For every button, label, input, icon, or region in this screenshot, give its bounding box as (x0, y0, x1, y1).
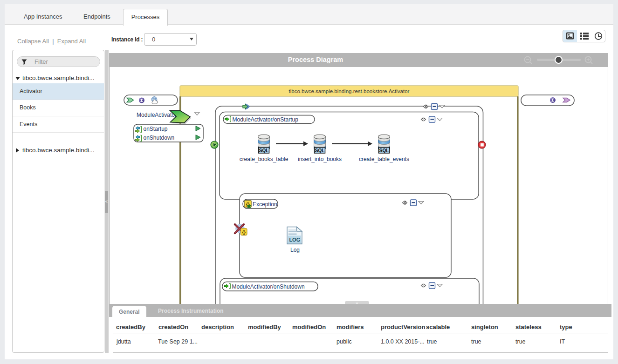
svg-text:onStartup: onStartup (144, 126, 168, 132)
svg-text:Exception: Exception (253, 201, 277, 208)
svg-text:ModuleActivator: ModuleActivator (137, 112, 177, 118)
svg-text:ModuleActivator/onShutdown: ModuleActivator/onShutdown (232, 283, 305, 290)
svg-text:Log: Log (290, 247, 300, 253)
svg-text:tibco.bwce.sample.binding.rest: tibco.bwce.sample.binding.rest.bookstore… (289, 88, 410, 94)
svg-text:{}: {} (242, 230, 246, 235)
svg-text:create_books_table: create_books_table (240, 156, 288, 162)
svg-text:create_table_events: create_table_events (359, 156, 409, 162)
svg-text:onShutdown: onShutdown (144, 135, 175, 141)
svg-text:ModuleActivator/onStartup: ModuleActivator/onStartup (233, 116, 299, 123)
svg-text:LOG: LOG (289, 237, 300, 243)
svg-text:insert_into_books: insert_into_books (298, 156, 342, 162)
